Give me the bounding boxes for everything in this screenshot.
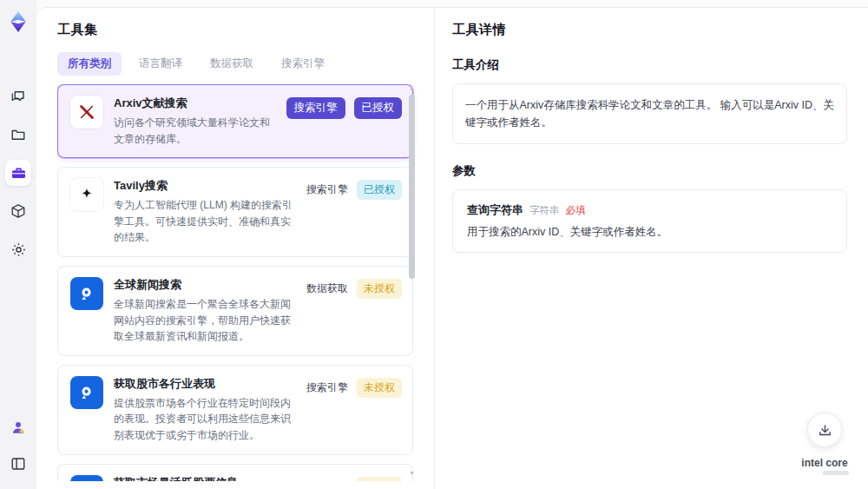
- blue-search-app-icon: [70, 475, 103, 481]
- tab-search-engine[interactable]: 搜索引擎: [271, 52, 335, 76]
- tool-category-label: 搜索引擎: [306, 479, 348, 481]
- tool-title: 全球新闻搜索: [114, 277, 296, 293]
- tool-description: 提供股票市场各个行业在特定时间段内的表现。投资者可以利用这些信息来识别表现优于或…: [114, 395, 296, 444]
- tool-status-badge: 未授权: [357, 378, 402, 398]
- download-button[interactable]: [807, 413, 842, 447]
- tool-list: Arxiv文献搜索访问各个研究领域大量科学论文和文章的存储库。搜索引擎已授权Ta…: [57, 84, 425, 481]
- sidebar-item-packages[interactable]: [5, 198, 31, 224]
- scrollbar-thumb[interactable]: [409, 95, 415, 279]
- scroll-up-arrow-icon[interactable]: ▲: [409, 86, 415, 91]
- sidebar-item-folder[interactable]: [5, 122, 31, 148]
- blue-search-app-icon: [70, 376, 103, 409]
- arxiv-x-icon: [70, 96, 103, 129]
- tool-description: 全球新闻搜索是一个聚合全球各大新闻网站内容的搜索引擎，帮助用户快速获取全球最新资…: [114, 296, 296, 345]
- tool-card-tavily-search[interactable]: Tavily搜索专为人工智能代理 (LLM) 构建的搜索引擎工具。可快速提供实时…: [57, 167, 413, 257]
- blue-search-app-icon: [70, 277, 103, 310]
- intel-core-logo-text: intel core: [801, 457, 847, 469]
- toolset-title: 工具集: [57, 22, 425, 38]
- intro-heading: 工具介绍: [452, 57, 847, 73]
- tool-card-global-news-search[interactable]: 全球新闻搜索全球新闻搜索是一个聚合全球各大新闻网站内容的搜索引擎，帮助用户快速获…: [57, 266, 413, 356]
- category-tabs: 所有类别语言翻译数据获取搜索引擎: [57, 52, 425, 76]
- intel-core-logo: intel core: [800, 457, 849, 475]
- tool-category-label: 搜索引擎: [306, 182, 348, 197]
- folder-icon: [10, 127, 26, 142]
- main-area: 工具集 所有类别语言翻译数据获取搜索引擎 Arxiv文献搜索访问各个研究领域大量…: [36, 7, 868, 489]
- tool-status-badge: 已授权: [357, 180, 402, 200]
- sparkle-icon: [70, 178, 103, 211]
- tool-detail-pane: 工具详情 工具介绍 一个用于从Arxiv存储库搜索科学论文和文章的工具。 输入可…: [434, 8, 868, 489]
- param-name: 查询字符串: [467, 202, 523, 218]
- tab-data-fetch[interactable]: 数据获取: [200, 52, 264, 76]
- tab-all-categories[interactable]: 所有类别: [57, 52, 122, 76]
- tool-title: 获取股市各行业表现: [114, 376, 296, 392]
- sidebar-item-settings[interactable]: [5, 236, 31, 262]
- tool-category-label: 数据获取: [306, 281, 348, 296]
- tool-card-arxiv-search[interactable]: Arxiv文献搜索访问各个研究领域大量科学论文和文章的存储库。搜索引擎已授权: [57, 84, 413, 158]
- params-heading: 参数: [452, 163, 847, 179]
- chat-icon: [10, 89, 26, 104]
- tool-description: 访问各个研究领域大量科学论文和文章的存储库。: [114, 115, 276, 147]
- account-avatar-icon[interactable]: [5, 414, 31, 440]
- tool-title: Tavily搜索: [114, 178, 296, 194]
- tool-status-badge: 未授权: [357, 279, 402, 299]
- param-card: 查询字符串 字符串 必填 用于搜索的Arxiv ID、关键字或作者姓名。: [452, 189, 847, 253]
- intel-core-logo-sub: [823, 471, 849, 475]
- tool-status-badge: 已授权: [354, 97, 403, 119]
- tool-card-stock-sector-performance[interactable]: 获取股市各行业表现提供股票市场各个行业在特定时间段内的表现。投资者可以利用这些信…: [57, 365, 413, 455]
- tool-status-badge: 未授权: [357, 477, 402, 481]
- intro-box: 一个用于从Arxiv存储库搜索科学论文和文章的工具。 输入可以是Arxiv ID…: [452, 83, 847, 144]
- tool-description: 专为人工智能代理 (LLM) 构建的搜索引擎工具。可快速提供实时、准确和真实的结…: [114, 197, 296, 246]
- sidebar-item-chat[interactable]: [5, 83, 31, 109]
- param-type: 字符串: [529, 204, 560, 217]
- briefcase-icon: [10, 165, 27, 182]
- intro-text: 一个用于从Arxiv存储库搜索科学论文和文章的工具。 输入可以是Arxiv ID…: [465, 99, 834, 129]
- scroll-down-arrow-icon[interactable]: ▼: [409, 471, 415, 476]
- app-logo-icon: [7, 10, 30, 33]
- detail-title: 工具详情: [452, 22, 847, 38]
- download-icon: [818, 423, 832, 438]
- cube-icon: [10, 203, 26, 219]
- tool-list-scrollbar[interactable]: ▲▼: [409, 88, 415, 474]
- tool-title: 获取市场最活跃股票信息: [114, 475, 296, 481]
- gear-icon: [10, 241, 27, 258]
- tool-card-most-active-stocks[interactable]: 获取市场最活跃股票信息提供当天交易量最高的股票列表，投资者可以利用这些信息来识别…: [57, 464, 413, 481]
- tool-category-label: 搜索引擎: [286, 97, 345, 119]
- tab-language-translation[interactable]: 语言翻译: [128, 52, 193, 76]
- sidebar-item-toolbox[interactable]: [5, 160, 31, 186]
- tool-title: Arxiv文献搜索: [114, 96, 276, 111]
- tool-category-label: 搜索引擎: [306, 380, 348, 395]
- toolset-pane: 工具集 所有类别语言翻译数据获取搜索引擎 Arxiv文献搜索访问各个研究领域大量…: [36, 8, 434, 489]
- param-desc: 用于搜索的Arxiv ID、关键字或作者姓名。: [467, 225, 832, 240]
- param-required-flag: 必填: [566, 204, 586, 217]
- app-rail: [0, 0, 36, 489]
- layout-panel-icon[interactable]: [5, 451, 31, 477]
